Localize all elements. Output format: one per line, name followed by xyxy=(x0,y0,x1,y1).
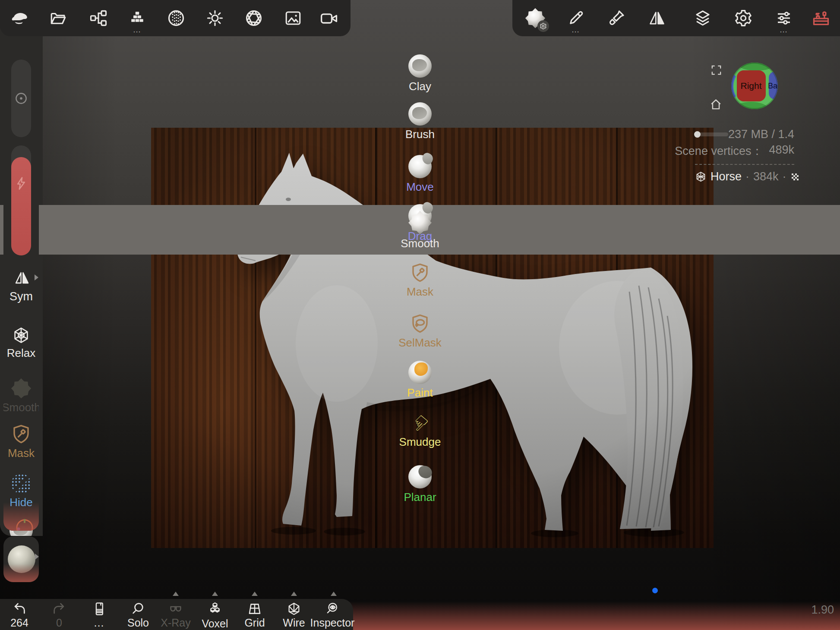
lighting-sun-icon[interactable] xyxy=(205,8,225,28)
stats-divider xyxy=(695,164,794,165)
radius-slider[interactable] xyxy=(11,60,31,137)
inspector-eye-magnifier-icon xyxy=(325,602,340,616)
undo-arrow-icon xyxy=(12,602,27,616)
caret-up-icon[interactable] xyxy=(173,592,179,596)
fullscreen-icon[interactable] xyxy=(710,64,723,76)
wire-toggle[interactable]: Wire xyxy=(273,602,315,628)
caret-up-icon[interactable] xyxy=(291,592,297,596)
tool-settings-toolbar: … … xyxy=(512,0,840,36)
caret-up-icon[interactable] xyxy=(252,592,258,596)
scene-vertices-label: Scene vertices： xyxy=(675,143,763,159)
hide-dotted-ball-icon xyxy=(11,474,31,494)
dot-separator: · xyxy=(745,170,749,183)
memory-progress-knob xyxy=(694,131,701,138)
remesh-sphere-icon[interactable] xyxy=(166,8,186,28)
multiresolution-more-dots[interactable]: … xyxy=(127,25,148,35)
files-folder-icon[interactable] xyxy=(48,8,69,28)
history-more-dots: … xyxy=(94,617,105,628)
relax-panel: Relax xyxy=(3,320,39,369)
object-vertices-value: 384k xyxy=(753,170,779,183)
quick-hide[interactable]: Hide xyxy=(3,474,39,508)
postprocess-aperture-icon[interactable] xyxy=(243,8,264,28)
relax-tool[interactable]: Relax xyxy=(3,326,39,359)
wireframe-hexagon-icon xyxy=(287,602,301,616)
active-tool-preview-icon[interactable] xyxy=(525,8,546,28)
dot-separator: · xyxy=(783,170,786,183)
gizmo-tool-partial-icon[interactable] xyxy=(15,518,35,531)
viewport-toolbar: 264 0 … Solo X-Ray Voxel Grid Wire Inspe… xyxy=(0,599,353,630)
redo-count: 0 xyxy=(56,617,62,628)
solo-magnifier-icon xyxy=(131,602,145,616)
brush-sliders-panel: L/W Sym xyxy=(3,52,39,308)
intensity-bolt-icon xyxy=(14,176,28,191)
interface-more-dots[interactable]: … xyxy=(774,25,794,35)
sidebar-page-dot[interactable] xyxy=(652,588,658,593)
symmetry-mirror-icon[interactable] xyxy=(647,8,667,28)
quick-mask[interactable]: Mask xyxy=(3,424,39,459)
relax-web-icon xyxy=(12,326,30,344)
main-toolbar: … xyxy=(0,0,351,36)
material-panel xyxy=(3,536,39,582)
redo-button[interactable]: 0 xyxy=(38,602,80,628)
settings-gear-icon[interactable] xyxy=(733,8,754,28)
camera-icon[interactable] xyxy=(319,8,340,28)
material-sphere-icon[interactable] xyxy=(8,545,35,573)
material-expand-arrow[interactable] xyxy=(35,554,39,560)
smooth-rough-ball-icon xyxy=(11,378,32,399)
object-texture-checker-icon[interactable] xyxy=(790,172,800,182)
app-window: … … … 237 MB / 1.4 Scene vertices： 489k xyxy=(0,0,840,630)
voxel-toggle[interactable]: Voxel xyxy=(194,602,236,629)
xray-toggle[interactable]: X-Ray xyxy=(155,602,196,628)
scene-graph-icon[interactable] xyxy=(88,8,109,28)
intensity-slider[interactable] xyxy=(11,145,31,255)
layers-icon[interactable] xyxy=(692,8,713,28)
caret-up-icon[interactable] xyxy=(331,592,337,596)
symmetry-label[interactable]: Sym xyxy=(3,290,39,303)
home-view-icon[interactable] xyxy=(709,98,723,112)
gizmo-right-label: Right xyxy=(740,81,761,91)
zoom-level: 1.90 xyxy=(804,603,834,617)
caret-up-icon[interactable] xyxy=(212,592,218,596)
object-wireframe-icon[interactable] xyxy=(695,171,707,183)
voxel-cubes-icon xyxy=(207,602,223,617)
inspector-toggle[interactable]: Inspector xyxy=(312,602,353,628)
symmetry-mirror-icon[interactable] xyxy=(14,270,30,286)
background-image-icon[interactable] xyxy=(283,8,303,28)
object-name[interactable]: Horse xyxy=(711,170,742,183)
history-button[interactable]: … xyxy=(79,602,120,628)
quick-tools-panel: Smooth Mask Hide xyxy=(3,373,39,531)
solo-toggle[interactable]: Solo xyxy=(117,602,159,628)
quick-smooth-disabled[interactable]: Smooth xyxy=(3,378,39,413)
journal-book-icon xyxy=(92,602,107,616)
memory-progress-bar xyxy=(695,132,728,136)
symmetry-expand-arrow[interactable] xyxy=(35,274,38,280)
redo-arrow-icon xyxy=(52,602,66,616)
material-paintbrush-icon[interactable] xyxy=(606,8,627,28)
toolbox-icon[interactable] xyxy=(811,8,831,28)
xray-glasses-icon xyxy=(168,602,183,616)
scene-vertices-value: 489k xyxy=(769,143,794,159)
mask-shield-icon xyxy=(11,424,32,444)
orientation-gizmo[interactable]: Right Back xyxy=(730,62,779,110)
app-logo-icon[interactable] xyxy=(9,8,30,28)
stroke-more-dots[interactable]: … xyxy=(565,25,586,35)
grid-icon xyxy=(247,602,262,616)
grid-toggle[interactable]: Grid xyxy=(234,602,275,628)
undo-button[interactable]: 264 xyxy=(0,602,40,628)
tool-settings-gear-badge-icon[interactable] xyxy=(537,20,549,32)
memory-usage-text: 237 MB / 1.4 xyxy=(728,128,794,141)
scene-stats: 237 MB / 1.4 Scene vertices： 489k Horse … xyxy=(695,128,794,183)
undo-count: 264 xyxy=(10,617,28,628)
radius-icon xyxy=(14,91,28,106)
intensity-slider-fill xyxy=(11,157,31,255)
